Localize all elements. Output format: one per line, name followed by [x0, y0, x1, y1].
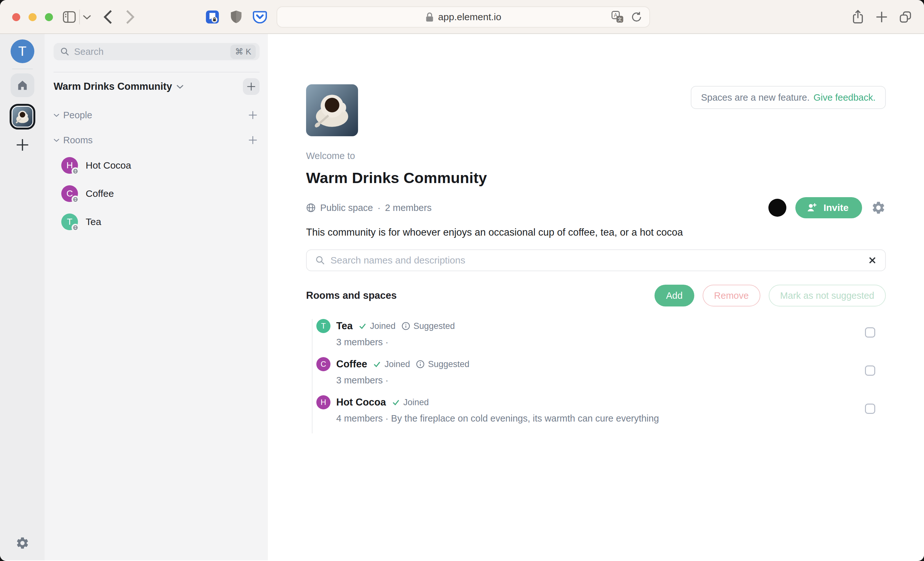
window-controls: [12, 13, 53, 21]
room-members-info: 3 members ·: [336, 375, 886, 386]
remove-button[interactable]: Remove: [703, 285, 760, 307]
joined-label: Joined: [384, 359, 410, 369]
toolbar-separator: [79, 10, 80, 24]
info-icon: [416, 360, 425, 369]
rail-divider: [12, 69, 33, 69]
add-room-button[interactable]: [248, 135, 258, 145]
plus-icon: [246, 82, 256, 91]
room-avatar-initial: H: [321, 398, 326, 407]
rooms-search-bar[interactable]: [306, 250, 886, 271]
invite-button[interactable]: Invite: [795, 197, 862, 218]
public-room-globe-icon: [72, 224, 79, 232]
public-room-globe-icon: [72, 168, 79, 175]
tab-overview-button[interactable]: [896, 0, 914, 34]
suggested-badge: Suggested: [416, 359, 470, 369]
public-room-globe-icon: [72, 196, 79, 203]
back-button[interactable]: [99, 0, 117, 34]
minimize-window-button[interactable]: [28, 13, 37, 21]
room-row-hot-cocoa[interactable]: H Hot Cocoa Joined 4 members · By the fi…: [316, 395, 886, 434]
joined-badge: Joined: [358, 321, 396, 331]
space-header: Warm Drinks Community: [54, 78, 260, 95]
browser-chrome: app.element.io A 文: [0, 0, 924, 34]
user-avatar[interactable]: T: [10, 39, 34, 63]
invite-button-label: Invite: [824, 202, 849, 213]
close-window-button[interactable]: [12, 13, 20, 21]
space-cover-image[interactable]: [306, 84, 358, 136]
share-icon: [852, 9, 864, 25]
extension-shield-button[interactable]: [227, 0, 245, 34]
visibility-label: Public space: [320, 203, 373, 213]
globe-icon: [306, 203, 316, 212]
room-row-coffee[interactable]: C Coffee Joined Suggested 3 members ·: [316, 357, 886, 395]
room-row-tea[interactable]: T Tea Joined Suggested 3 members ·: [316, 319, 886, 357]
quick-settings-button[interactable]: [15, 536, 30, 550]
check-icon: [358, 322, 367, 330]
room-avatar: C: [316, 357, 330, 371]
section-people-label: People: [63, 110, 92, 121]
feedback-text: Spaces are a new feature.: [701, 92, 810, 103]
panel-search-input[interactable]: [74, 46, 226, 57]
share-button[interactable]: [849, 0, 867, 34]
member-facepile-avatar[interactable]: [768, 199, 786, 217]
sidebar-room-coffee[interactable]: C Coffee: [54, 181, 260, 206]
space-name-dropdown[interactable]: Warm Drinks Community: [54, 81, 172, 92]
member-count[interactable]: 2 members: [385, 203, 432, 213]
toggle-sidebar-button[interactable]: [61, 0, 78, 34]
chevron-down-icon: [54, 113, 59, 117]
shield-extension-icon: [230, 10, 243, 24]
extension-pocket-button[interactable]: [251, 0, 269, 34]
mark-not-suggested-button[interactable]: Mark as not suggested: [769, 285, 886, 307]
room-name: Tea: [86, 216, 101, 227]
forward-arrow-icon: [126, 10, 135, 24]
add-people-button[interactable]: [248, 110, 258, 120]
extension-privacy-button[interactable]: [203, 0, 221, 34]
space-home-view: Spaces are a new feature. Give feedback.…: [268, 34, 924, 560]
forward-button[interactable]: [121, 0, 139, 34]
space-header-controls: Invite: [768, 197, 886, 218]
home-button[interactable]: [10, 73, 34, 97]
rooms-and-spaces-header: Rooms and spaces Add Remove Mark as not …: [306, 285, 886, 307]
room-checkbox[interactable]: [865, 327, 875, 338]
room-avatar: H: [61, 157, 78, 174]
sidebar-room-hot-cocoa[interactable]: H Hot Cocoa: [54, 153, 260, 178]
clear-search-button[interactable]: [868, 256, 877, 265]
space-avatar-warm-drinks[interactable]: [10, 104, 35, 130]
address-bar[interactable]: app.element.io A 文: [276, 6, 650, 28]
reload-icon[interactable]: [630, 10, 643, 23]
close-icon: [868, 256, 877, 265]
joined-badge: Joined: [373, 359, 410, 369]
create-space-button[interactable]: [15, 138, 30, 152]
add-button[interactable]: Add: [654, 285, 694, 307]
room-checkbox[interactable]: [865, 404, 875, 414]
section-rooms[interactable]: Rooms: [54, 133, 260, 147]
joined-badge: Joined: [392, 398, 429, 407]
new-tab-button[interactable]: [873, 0, 891, 34]
sidebar-icon: [62, 10, 76, 23]
url-text: app.element.io: [438, 12, 501, 22]
coffee-cup-image: [12, 107, 32, 127]
rooms-search-input[interactable]: [330, 255, 863, 266]
panel-divider: [54, 72, 260, 72]
spaces-rail: T: [0, 34, 45, 560]
translate-icon[interactable]: A 文: [611, 10, 624, 24]
section-people[interactable]: People: [54, 108, 260, 123]
plus-icon: [248, 135, 258, 145]
joined-label: Joined: [403, 398, 429, 407]
coffee-cup-image: [306, 84, 358, 136]
sidebar-room-tea[interactable]: T Tea: [54, 209, 260, 235]
sidebar-room-list: H Hot Cocoa C Coffee T: [54, 153, 260, 235]
room-checkbox[interactable]: [865, 365, 875, 376]
chevron-down-icon[interactable]: [177, 84, 183, 89]
room-avatar: C: [61, 185, 78, 202]
room-avatar: T: [61, 214, 78, 230]
room-name: Coffee: [86, 188, 114, 199]
add-to-space-button[interactable]: [243, 78, 260, 95]
zoom-window-button[interactable]: [45, 13, 53, 21]
room-name: Hot Cocoa: [86, 160, 131, 171]
suggested-label: Suggested: [428, 359, 470, 369]
room-avatar-initial: C: [321, 360, 326, 369]
space-settings-button[interactable]: [871, 200, 886, 215]
panel-search-bar[interactable]: ⌘ K: [54, 43, 260, 60]
give-feedback-link[interactable]: Give feedback.: [814, 92, 876, 103]
sidebar-menu-chevron[interactable]: [81, 0, 92, 34]
